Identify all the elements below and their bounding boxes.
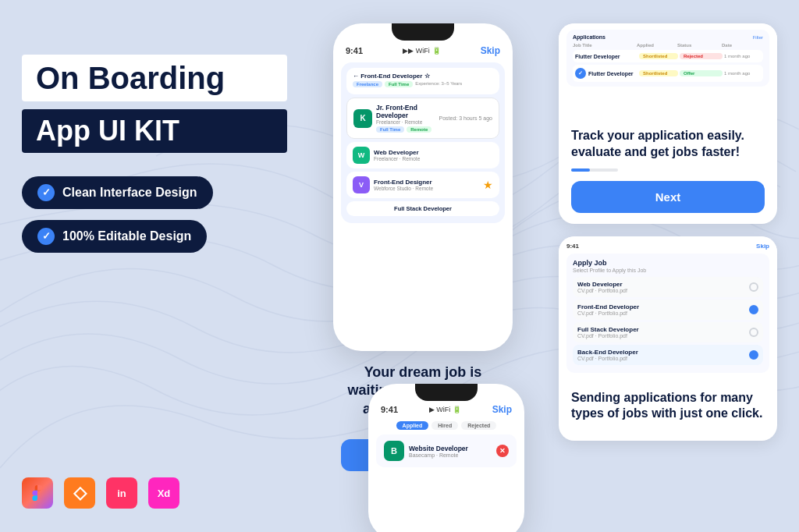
skip-button[interactable]: Skip [481,45,500,56]
check-icon-2: ✓ [37,228,55,245]
feature-label-1: Clean Interface Design [62,186,197,200]
radio-3[interactable] [749,328,758,337]
feature-badge-1: ✓ Clean Interface Design [22,176,213,209]
feature-label-2: 100% Editable Design [62,229,191,243]
radio-1[interactable] [749,282,758,292]
rb-time: 9:41 [566,243,579,250]
invision-icon: in [106,477,137,509]
features-list: ✓ Clean Interface Design ✓ 100% Editable… [22,176,287,253]
center-phone-mockup: 9:41 ▶▶ WiFi 🔋 Skip ← Front-End Develope… [333,23,513,351]
right-panel: Applications Filter Job Title Applied St… [559,23,777,509]
bottom-job-title: Website Developer [409,445,492,452]
progress-bar-fill-top [571,168,590,172]
status-shortlist-2: Shortlisted [639,70,678,76]
right-bottom-text: Sending applications for many types of j… [571,390,765,423]
radio-4[interactable] [749,350,758,360]
bottom-center-phone-container: 9:41 ▶ WiFi 🔋 Skip Applied Hired Rejecte… [368,384,524,532]
filter-hired[interactable]: Hired [431,421,458,430]
profile-files-3: CV.pdf · Portfolio.pdf [577,333,639,339]
bottom-phone-time: 9:41 [381,405,398,414]
profile-files-2: CV.pdf · Portfolio.pdf [577,310,639,316]
profile-option-3[interactable]: Full Stack Developer CV.pdf · Portfolio.… [573,322,763,342]
filter-rejected[interactable]: Rejected [461,421,496,430]
title-app-ui-kit: App UI KIT [22,109,287,153]
left-panel: On Boarding App UI KIT ✓ Clean Interface… [22,23,287,509]
profile-title-2: Front-End Developer [577,303,639,310]
next-button-right-top[interactable]: Next [571,181,765,213]
profile-title-3: Full Stack Developer [577,326,639,333]
bottom-phone-status: ▶ WiFi 🔋 [429,406,461,413]
title-section: On Boarding App UI KIT ✓ Clean Interface… [22,55,287,284]
right-bottom-card: 9:41 Skip Apply Job Select Profile to Ap… [559,236,777,442]
tool-icons-row: ◇ in Xd [22,477,287,509]
progress-bar-top [571,168,618,172]
phone-status-icons: ▶▶ WiFi 🔋 [403,47,441,55]
right-top-card-screen: Applications Filter Job Title Applied St… [559,23,777,117]
profile-option-1[interactable]: Web Developer CV.pdf · Portfolio.pdf [573,277,763,297]
sketch-icon: ◇ [64,477,95,509]
bottom-job-company: Basecamp · Remote [409,452,492,458]
xd-icon: Xd [148,477,179,509]
profile-files-4: CV.pdf · Portfolio.pdf [577,356,638,361]
apply-job-sub: Select Profile to Apply this Job [573,268,763,273]
status-shortlist-1: Shortlisted [639,53,678,59]
right-top-card-bottom: Track your application easily. evaluate … [559,117,777,224]
bottom-skip-button[interactable]: Skip [492,404,512,415]
title-block: On Boarding App UI KIT [22,55,287,153]
bottom-center-phone: 9:41 ▶ WiFi 🔋 Skip Applied Hired Rejecte… [368,384,524,532]
phone-time: 9:41 [346,46,363,55]
profile-option-2[interactable]: Front-End Developer CV.pdf · Portfolio.p… [573,300,763,320]
feature-badge-2: ✓ 100% Editable Design [22,220,207,253]
profile-option-4[interactable]: Back-End Developer CV.pdf · Portfolio.pd… [573,345,763,365]
figma-icon [22,477,53,509]
status-offer-2: Offer [680,70,723,76]
radio-2[interactable] [749,305,758,314]
right-bottom-card-bottom: Sending applications for many types of j… [559,379,777,442]
phone-notch [392,23,454,41]
profile-title-4: Back-End Developer [577,349,638,356]
check-icon-1: ✓ [37,184,55,201]
title-onboarding: On Boarding [22,55,287,101]
rb-skip-btn[interactable]: Skip [756,243,769,250]
profile-files-1: CV.pdf · Portfolio.pdf [577,288,627,293]
right-top-text: Track your application easily. evaluate … [571,128,765,161]
profile-title-1: Web Developer [577,281,627,288]
filter-applied[interactable]: Applied [396,421,429,430]
right-top-card: Applications Filter Job Title Applied St… [559,23,777,224]
apply-job-title: Apply Job [573,259,763,267]
status-rejected-1: Rejected [680,53,723,59]
bottom-phone-notch [415,384,478,401]
